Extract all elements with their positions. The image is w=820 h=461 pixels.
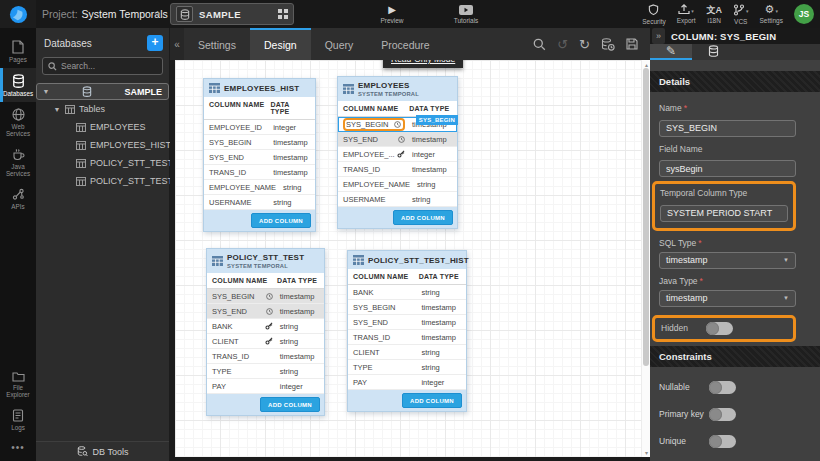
scroll-down-icon[interactable]: ▾ — [642, 449, 650, 456]
java-type-label: Java Type* — [659, 276, 796, 286]
diagram-table-employees-hist[interactable]: EMPLOYEES_HIST COLUMN NAME DATA TYPE EMP… — [203, 78, 316, 232]
table-row[interactable]: PAYinteger — [207, 379, 324, 394]
table-row[interactable]: SYS_BEGINtimestamp — [348, 300, 466, 315]
diagram-table-policy-stt-test[interactable]: POLICY_STT_TEST SYSTEM TEMPORAL COLUMN N… — [206, 248, 325, 416]
add-column-button[interactable]: ADD COLUMN — [251, 213, 311, 228]
add-column-button[interactable]: ADD COLUMN — [402, 393, 462, 408]
table-row[interactable]: TYPEstring — [207, 364, 324, 379]
primary-key-toggle[interactable] — [709, 408, 736, 421]
table-row[interactable]: PAYinteger — [348, 375, 466, 390]
scroll-up-icon[interactable]: ▴ — [642, 61, 650, 68]
project-name: System Temporals — [82, 8, 168, 20]
design-canvas[interactable]: Read-Only Mode EMPLOYEES_HIST COLUMN NAM… — [175, 60, 650, 457]
table-row[interactable]: TRANS_IDtimestamp — [204, 165, 315, 180]
table-row[interactable]: EMPLOYEE_NAMEstring — [338, 177, 457, 192]
table-title: EMPLOYEES_HIST — [224, 84, 299, 93]
app-logo-icon[interactable] — [0, 0, 36, 28]
sidebar-item-file-explorer[interactable]: File Explorer — [0, 365, 36, 403]
tab-data[interactable] — [692, 44, 734, 60]
tree-node-table[interactable]: EMPLOYEES_HIST — [36, 136, 169, 154]
unique-toggle[interactable] — [709, 435, 736, 448]
collapse-right-panel-icon[interactable]: » — [652, 28, 665, 44]
tree-node-table[interactable]: POLICY_STT_TEST_HIST — [36, 172, 169, 190]
caret-down-icon[interactable]: ▼ — [53, 106, 61, 113]
java-type-select[interactable]: timestamp▼ — [659, 290, 796, 307]
tab-edit[interactable]: ✎ — [650, 44, 692, 60]
topbar-right-cluster: Security ▾ Export 文A i18N ▾ VCS — [642, 0, 814, 28]
table-row[interactable]: SYS_BEGIN timestamp — [207, 289, 324, 304]
tab-settings[interactable]: Settings — [184, 28, 250, 60]
export-button[interactable]: ▾ Export — [677, 0, 696, 28]
db-snapshot-icon[interactable] — [601, 38, 615, 51]
table-row[interactable]: BANKstring — [348, 285, 466, 300]
name-field[interactable] — [659, 120, 796, 137]
table-row[interactable]: TRANS_IDtimestamp — [338, 162, 457, 177]
canvas-vertical-scrollbar[interactable]: ▴ ▾ — [641, 60, 650, 457]
sidebar-item-logs[interactable]: Logs — [0, 403, 36, 436]
user-avatar[interactable]: JS — [794, 4, 814, 24]
sql-type-select[interactable]: timestamp▼ — [659, 252, 796, 269]
tree-node-table[interactable]: EMPLOYEES — [36, 118, 169, 136]
more-options-icon[interactable]: ••• — [0, 436, 36, 461]
search-input[interactable] — [61, 61, 157, 71]
tree-node-tables[interactable]: ▼ Tables — [36, 100, 169, 118]
redo-icon[interactable]: ↻ — [579, 38, 590, 51]
tab-sample[interactable]: SAMPLE — [170, 3, 294, 25]
table-row[interactable]: USERNAMEstring — [338, 192, 457, 207]
table-row[interactable]: SYS_END timestamp — [338, 132, 457, 147]
diagram-table-policy-stt-test-hist[interactable]: POLICY_STT_TEST_HIST COLUMN NAME DATA TY… — [347, 250, 467, 412]
table-row[interactable]: SYS_ENDtimestamp — [204, 150, 315, 165]
table-row[interactable]: EMPLOYEE_NAMEstring — [204, 180, 315, 195]
field-name-field[interactable] — [659, 160, 796, 177]
table-row[interactable]: SYS_END timestamp — [207, 304, 324, 319]
table-row-selected[interactable]: SYS_BEGIN timestamp SYS_BEGIN — [338, 117, 457, 132]
tutorials-button[interactable]: Tutorials — [448, 0, 484, 28]
table-row[interactable]: SYS_BEGINtimestamp — [204, 135, 315, 150]
settings-button[interactable]: ⚙ ▾ Settings — [760, 0, 784, 28]
grid-icon[interactable] — [278, 9, 288, 19]
nullable-toggle[interactable] — [709, 381, 736, 394]
table-row[interactable]: EMPLOYEE_IDinteger — [204, 120, 315, 135]
scrollbar-thumb[interactable] — [643, 68, 649, 366]
preview-button[interactable]: ▶ Preview — [376, 0, 408, 28]
temporal-column-type-field[interactable] — [660, 205, 788, 222]
coffee-icon — [12, 148, 25, 161]
tree-node-table[interactable]: POLICY_STT_TEST — [36, 154, 169, 172]
collapse-left-panel-icon[interactable]: « — [170, 28, 184, 60]
sidebar-item-web-services[interactable]: Web Services — [0, 102, 36, 142]
table-row[interactable]: EMPLOYEE_... integer — [338, 147, 457, 162]
search-box[interactable] — [42, 57, 163, 75]
tab-design[interactable]: Design — [250, 28, 311, 60]
sidebar-item-java-services[interactable]: Java Services — [0, 142, 36, 182]
i18n-button[interactable]: 文A i18N — [706, 0, 722, 28]
table-row[interactable]: SYS_ENDtimestamp — [348, 315, 466, 330]
vcs-button[interactable]: ▾ VCS — [733, 0, 749, 28]
add-column-button[interactable]: ADD COLUMN — [260, 397, 320, 412]
table-row[interactable]: CLIENT string — [207, 334, 324, 349]
table-row[interactable]: BANK string — [207, 319, 324, 334]
undo-icon[interactable]: ↺ — [557, 38, 568, 51]
security-button[interactable]: Security — [642, 0, 665, 28]
table-row[interactable]: TRANS_IDtimestamp — [207, 349, 324, 364]
hidden-toggle[interactable] — [706, 322, 733, 335]
table-icon — [212, 256, 223, 266]
tree-node-sample[interactable]: ▼ SAMPLE — [36, 83, 169, 100]
save-icon[interactable] — [626, 38, 638, 50]
search-icon[interactable] — [533, 38, 546, 51]
sidebar-item-pages[interactable]: Pages — [0, 34, 36, 68]
diagram-table-employees[interactable]: EMPLOYEES SYSTEM TEMPORAL COLUMN NAME DA… — [337, 76, 458, 229]
unique-label: Unique — [659, 436, 709, 446]
tab-procedure[interactable]: Procedure — [367, 28, 443, 60]
add-column-button[interactable]: ADD COLUMN — [393, 210, 453, 225]
table-row[interactable]: TYPEstring — [348, 360, 466, 375]
table-row[interactable]: TRANS_IDtimestamp — [348, 330, 466, 345]
add-database-button[interactable]: + — [147, 35, 163, 51]
caret-down-icon[interactable]: ▼ — [42, 88, 50, 95]
table-row[interactable]: CLIENTstring — [348, 345, 466, 360]
table-row[interactable]: USERNAMEstring — [204, 195, 315, 210]
sidebar-item-apis[interactable]: APIs — [0, 182, 36, 215]
db-tools-button[interactable]: DB Tools — [36, 441, 169, 461]
tab-query[interactable]: Query — [311, 28, 368, 60]
sidebar-item-databases[interactable]: Databases — [0, 68, 36, 102]
table-title: POLICY_STT_TEST — [227, 253, 304, 262]
